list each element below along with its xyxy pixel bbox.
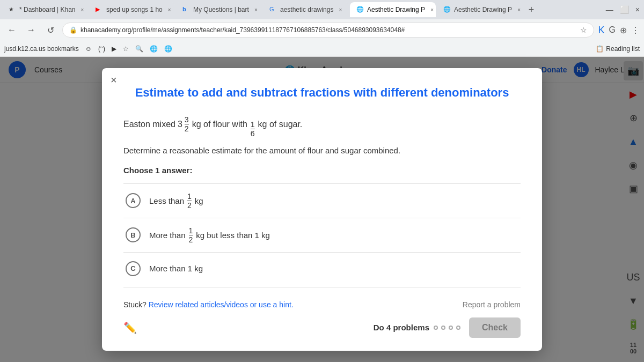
- option-a[interactable]: A Less than 1 2 kg: [123, 184, 521, 218]
- star-icon[interactable]: ☆: [580, 26, 587, 34]
- sugar-fraction: 1 6: [251, 121, 255, 137]
- sugar-numerator: 1: [251, 121, 255, 129]
- tab-label-4: aesthetic drawings: [280, 6, 333, 13]
- check-button[interactable]: Check: [469, 317, 521, 338]
- option-a-fraction: 1 2: [187, 193, 192, 209]
- problem-connector: kg of flour with: [192, 120, 247, 129]
- restore-button[interactable]: ⬜: [618, 4, 631, 15]
- problem-statement: Easton mixed 3 3 2 kg of flour with 1 6 …: [123, 116, 521, 137]
- determine-text: Determine a reasonable estimate for the …: [123, 146, 521, 155]
- extension-icon-1[interactable]: G: [609, 25, 616, 35]
- option-a-num: 1: [187, 193, 192, 201]
- modal-overlay[interactable]: × Estimate to add and subtract fractions…: [0, 57, 644, 362]
- address-bar[interactable]: 🔒 khanacademy.org/profile/me/assignments…: [62, 23, 594, 38]
- modal-close-button[interactable]: ×: [111, 75, 117, 85]
- tab-aesthetic-drawing-2[interactable]: 🌐 Aesthetic Drawing P ×: [437, 2, 523, 17]
- modal-footer: Stuck? Review related articles/videos or…: [123, 300, 521, 309]
- extensions-button[interactable]: ⊕: [620, 25, 627, 35]
- progress-dots: [434, 326, 460, 330]
- tab-close-3[interactable]: ×: [252, 6, 260, 13]
- tab-close-4[interactable]: ×: [336, 6, 344, 13]
- stuck-label: Stuck?: [123, 300, 147, 309]
- address-bar-row: ← → ↺ 🔒 khanacademy.org/profile/me/assig…: [0, 19, 644, 41]
- bookmark-icon-5[interactable]: 🔍: [135, 45, 143, 53]
- tab-close-2[interactable]: ×: [166, 6, 173, 13]
- do-problems-label: Do 4 problems: [374, 323, 429, 332]
- reading-list-label: Reading list: [606, 45, 640, 53]
- bookmark-icon-1[interactable]: ☺: [85, 45, 92, 53]
- back-button[interactable]: ←: [4, 23, 19, 38]
- option-b-den: 2: [189, 235, 193, 243]
- pencil-icon: ✏️: [123, 321, 137, 334]
- reading-list-button[interactable]: 📋 Reading list: [596, 45, 640, 53]
- sugar-denominator: 6: [251, 129, 255, 137]
- bookmark-icon-7[interactable]: 🌐: [164, 45, 172, 53]
- bookmark-icon-6[interactable]: 🌐: [150, 45, 158, 53]
- stuck-section: Stuck? Review related articles/videos or…: [123, 300, 294, 309]
- option-b[interactable]: B More than 1 2 kg but less than 1 kg: [123, 218, 521, 253]
- modal-dialog: × Estimate to add and subtract fractions…: [102, 68, 542, 350]
- tab-close-1[interactable]: ×: [79, 6, 86, 13]
- tab-label-1: * Dashboard | Khan: [19, 6, 76, 13]
- url-text: khanacademy.org/profile/me/assignments/t…: [80, 26, 577, 34]
- option-c-label: More than 1 kg: [149, 264, 203, 273]
- mixed-number: 3 3 2: [178, 116, 190, 132]
- tab-dashboard[interactable]: ★ * Dashboard | Khan ×: [2, 2, 88, 17]
- bookmark-icon-4[interactable]: ☆: [123, 45, 129, 53]
- tab-aesthetic-drawings[interactable]: G aesthetic drawings ×: [263, 2, 349, 17]
- tab-favicon-1: ★: [9, 6, 16, 13]
- tab-close-5[interactable]: ×: [428, 6, 436, 13]
- modal-bottom-bar: ✏️ Do 4 problems Check: [123, 317, 521, 338]
- dot-4: [456, 326, 460, 330]
- option-b-before: More than: [149, 231, 186, 240]
- bookmark-icon-2[interactable]: (ᵔ): [98, 45, 105, 53]
- tab-label-3: My Questions | bart: [193, 6, 249, 13]
- browser-close-button[interactable]: ×: [633, 4, 642, 15]
- option-c-circle: C: [126, 261, 141, 276]
- option-c[interactable]: C More than 1 kg: [123, 253, 521, 285]
- option-a-text: Less than 1 2 kg: [149, 193, 203, 209]
- flour-fraction: 3 2: [185, 116, 189, 132]
- tab-label-6: Aesthetic Drawing P: [454, 6, 512, 13]
- tab-bar: ★ * Dashboard | Khan × ▶ sped up songs 1…: [0, 0, 644, 19]
- page-content: P Courses 🌐 Khan Academy Donate HL Hayle…: [0, 57, 644, 362]
- tab-label-5: Aesthetic Drawing P: [367, 6, 425, 13]
- reading-list-icon: 📋: [596, 45, 604, 53]
- bookmark-icon-3[interactable]: ▶: [112, 45, 116, 53]
- option-b-circle: B: [126, 227, 141, 242]
- tab-favicon-5: 🌐: [356, 6, 364, 13]
- lock-icon: 🔒: [69, 26, 77, 34]
- modal-title: Estimate to add and subtract fractions w…: [123, 85, 521, 101]
- tab-favicon-3: b: [182, 6, 190, 13]
- option-a-den: 2: [187, 201, 192, 209]
- tab-sped-songs[interactable]: ▶ sped up songs 1 ho ×: [89, 2, 175, 17]
- dot-1: [434, 326, 438, 330]
- flour-numerator: 3: [185, 116, 189, 124]
- option-c-text: More than 1 kg: [149, 264, 203, 273]
- tab-favicon-4: G: [269, 6, 277, 13]
- new-tab-button[interactable]: +: [524, 2, 539, 17]
- bookmarks-bar: jusd.k12.ca.us bookmarks ☺ (ᵔ) ▶ ☆ 🔍 🌐 🌐…: [0, 41, 644, 57]
- minimize-button[interactable]: —: [604, 4, 616, 15]
- tab-favicon-2: ▶: [96, 6, 103, 13]
- dot-3: [449, 326, 453, 330]
- option-a-circle: A: [126, 193, 141, 208]
- problem-intro: Easton mixed: [123, 120, 175, 129]
- more-button[interactable]: ⋮: [631, 25, 640, 35]
- refresh-button[interactable]: ↺: [43, 23, 58, 38]
- profile-icon[interactable]: K: [598, 25, 605, 36]
- bookmarks-label: jusd.k12.ca.us bookmarks: [4, 45, 79, 53]
- forward-button[interactable]: →: [24, 23, 39, 38]
- tab-favicon-6: 🌐: [443, 6, 451, 13]
- option-a-after: kg: [195, 196, 203, 205]
- browser-chrome: ★ * Dashboard | Khan × ▶ sped up songs 1…: [0, 0, 644, 57]
- do-problems-section: Do 4 problems: [374, 323, 460, 332]
- tab-my-questions[interactable]: b My Questions | bart ×: [176, 2, 262, 17]
- option-b-fraction: 1 2: [189, 227, 193, 243]
- tab-close-6[interactable]: ×: [515, 6, 523, 13]
- report-problem-link[interactable]: Report a problem: [463, 300, 521, 309]
- tab-aesthetic-drawing-active[interactable]: 🌐 Aesthetic Drawing P ×: [350, 2, 436, 17]
- stuck-link[interactable]: Review related articles/videos or use a …: [149, 300, 294, 309]
- option-b-text: More than 1 2 kg but less than 1 kg: [149, 227, 270, 243]
- choose-text: Choose 1 answer:: [123, 166, 521, 175]
